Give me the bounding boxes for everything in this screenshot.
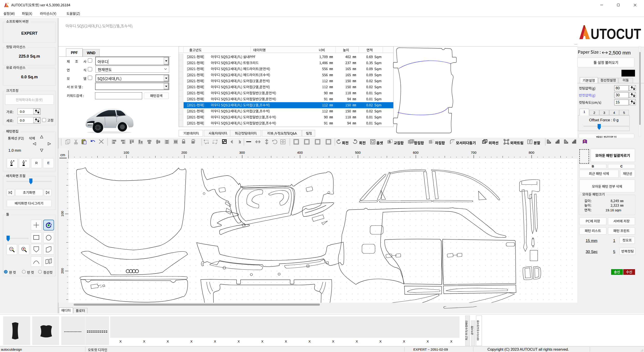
svg-text:?: ?	[584, 140, 585, 142]
